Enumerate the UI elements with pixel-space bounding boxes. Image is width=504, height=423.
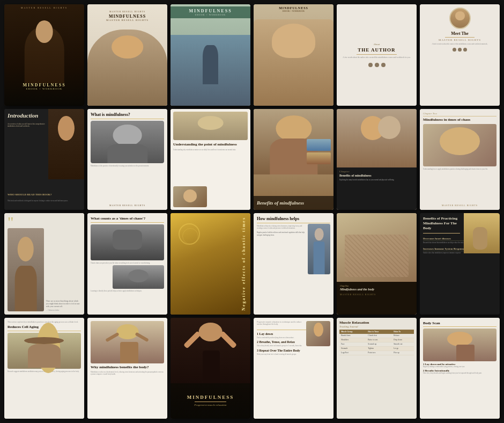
card1-subtitle: EBOOK + WORKBOOK: [4, 87, 84, 90]
card12-body: Understanding how to apply mindfulness p…: [423, 168, 488, 170]
page-card-20[interactable]: Why mindfulness benefits the body? Mindf…: [87, 318, 167, 419]
page-card-5[interactable]: About THE AUTHOR A few words about the a…: [337, 4, 417, 106]
page-card-3[interactable]: MINDFULNESS EBOOK + WORKBOOK: [171, 4, 250, 106]
card22-step2-desc: Take a deep breath, tense each muscle gr…: [257, 345, 302, 347]
card16-body2: Regular practice builds resilience and e…: [257, 231, 305, 236]
table-row: Shoulders Raise to ears Drop down: [339, 338, 414, 342]
table-cell: Raise to ears: [366, 338, 392, 342]
table-cell: Face: [339, 342, 366, 346]
card16-body: Mindfulness helps by reducing stress hor…: [257, 225, 305, 229]
table-row: Hands/Arms Clench fists Release: [339, 334, 414, 338]
page-card-13[interactable]: " There are no more than things about wh…: [4, 213, 84, 315]
card22-intro: Progressive muscle relaxation is a techn…: [257, 321, 305, 326]
card9-body: Understanding why mindfulness matters in…: [173, 149, 236, 151]
card8-mrr: MASTER RESELL RIGHTS: [91, 204, 164, 207]
card18-title: Benefits of Practicing Mindfulness For T…: [423, 216, 463, 231]
card7-who-label: WHO SHOULD READ THIS BOOK?: [8, 193, 51, 196]
card7-intro-text: An overview of what you will learn in th…: [8, 123, 48, 128]
card24-step2-desc: Take slow, deep breaths and begin scanni…: [423, 373, 482, 375]
table-cell: Flex up: [392, 351, 414, 355]
card14-body2: Learning to identify these periods helps…: [91, 290, 142, 292]
table-cell: Stomach: [339, 346, 366, 351]
card16-title: How mindfulness helps: [257, 216, 299, 221]
page-card-6[interactable]: Meet The MASTER RESELL RIGHTS A brief ov…: [420, 4, 500, 106]
table-cell: Release: [392, 334, 414, 338]
card3-subtitle: EBOOK + WORKBOOK: [171, 13, 250, 16]
card5-about: About: [374, 43, 380, 46]
table-cell: Tighten: [366, 346, 392, 351]
card21-title: MINDFULNESS: [171, 395, 250, 400]
card22-step1: 1 Lay down: [257, 332, 273, 336]
card8-body: Mindfulness is the practice of intention…: [91, 165, 149, 167]
page-card-14[interactable]: What counts as a 'times of chaos'? Chaot…: [87, 213, 167, 315]
page-card-10[interactable]: Benefits of mindfulness: [254, 109, 333, 210]
card10-title: Benefits of mindfulness: [257, 200, 330, 206]
card22-step3: 3 Repeat Over The Entire Body: [257, 349, 300, 352]
card20-title: Why mindfulness benefits the body?: [91, 365, 149, 370]
table-cell: Hands/Arms: [339, 334, 366, 338]
page-card-7[interactable]: Introduction An overview of what you wil…: [4, 109, 84, 210]
gallery-grid: MINDFULNESS EBOOK + WORKBOOK MASTER RESE…: [0, 0, 504, 423]
card21-subtitle: Progressive muscle relaxation: [171, 404, 250, 406]
card13-quote-mark: ": [8, 216, 13, 228]
card14-body: Chaotic times are periods in your life w…: [91, 262, 150, 264]
table-cell: Drop down: [392, 338, 414, 342]
card22-step2: 2 Breathe, Tense, and Relax: [257, 340, 295, 344]
table-cell: Scrunch up: [366, 342, 392, 346]
page-card-24[interactable]: Body Scan 1 Lay down and be attentive Be…: [420, 318, 500, 419]
page-card-17[interactable]: Chap Two Mindfulness and the body MASTER…: [337, 213, 417, 315]
page-card-23[interactable]: Muscle Relaxation Tracking Journal Muscl…: [337, 318, 417, 419]
page-card-8[interactable]: What is mindfulness? Mindfulness is the …: [87, 109, 167, 210]
card2-masterlabel: MASTER RESELL RIGHTS: [87, 10, 167, 13]
muscle-table: Muscle Group How to Tense Relax To Hands…: [339, 330, 414, 355]
page-card-12[interactable]: Chapter Two Mindfulness in times of chao…: [420, 109, 500, 210]
page-card-16[interactable]: How mindfulness helps Mindfulness helps …: [254, 213, 333, 315]
card6-title: Meet The: [451, 31, 469, 36]
page-card-1[interactable]: MINDFULNESS EBOOK + WORKBOOK MASTER RESE…: [4, 4, 84, 106]
table-cell: Smooth out: [392, 342, 414, 346]
card17-chapter: Chap Two: [340, 285, 413, 287]
page-card-19[interactable]: This section explores how mindfulness pr…: [4, 318, 84, 419]
card24-title: Body Scan: [423, 321, 440, 325]
page-card-22[interactable]: Progressive muscle relaxation is a techn…: [254, 318, 333, 419]
card13-quote-attr: — Unknown Author: [46, 309, 81, 311]
card12-chapter: Chapter Two: [423, 112, 437, 115]
card20-body: Mindfulness works on a biochemical level…: [91, 371, 164, 375]
card18-benefit2-title: Increases Immune System Response: [423, 247, 464, 251]
page-card-15[interactable]: Negative effects of chaotic times: [171, 213, 250, 315]
table-header-2: How to Tense: [366, 330, 392, 334]
card11-chapter: Chapter: [339, 170, 414, 173]
card7-title: Introduction: [8, 112, 38, 119]
card1-masterlabel: MASTER RESELL RIGHTS: [4, 6, 84, 9]
card23-title: Muscle Relaxation: [339, 320, 369, 325]
card7-who-desc: This book and workbook is designed for a…: [8, 200, 76, 202]
card11-desc: Exploring the many benefits mindfulness …: [339, 179, 414, 181]
page-card-21[interactable]: MINDFULNESS Progressive muscle relaxatio…: [171, 318, 250, 419]
table-row: Legs/Feet Point toes Flex up: [339, 351, 414, 355]
card15-title: Negative effects of chaotic times: [241, 217, 246, 311]
card24-step1-desc: Begin by finding a comfortable lying pos…: [423, 366, 465, 368]
page-card-11[interactable]: Chapter Benefits of mindfulness Explorin…: [337, 109, 417, 210]
card4-subtitle: EBOOK + WORKBOOK: [254, 10, 333, 12]
card14-title: What counts as a 'times of chaos'?: [91, 216, 145, 221]
card5-title: THE AUTHOR: [358, 47, 395, 53]
card17-title: Mindfulness and the body: [340, 288, 413, 292]
card19-title: Reduces Cell Aging: [8, 325, 39, 329]
card11-title: Benefits of mindfulness: [339, 174, 414, 177]
page-card-2[interactable]: MASTER RESELL RIGHTS MINDFULNESS MASTER …: [87, 4, 167, 106]
card9-title: Understanding the point of mindfulness: [173, 142, 237, 147]
card6-subtitle: MASTER RESELL RIGHTS: [439, 39, 481, 41]
table-header-1: Muscle Group: [339, 330, 366, 334]
table-row: Stomach Tighten Let go: [339, 346, 414, 351]
page-card-4[interactable]: MINDFULNESS EBOOK + WORKBOOK: [254, 4, 333, 106]
table-cell: Clench fists: [366, 334, 392, 338]
card5-desc: A few words about the author who created…: [339, 56, 413, 59]
card22-step1-desc: Find a comfortable position lying down o…: [257, 337, 294, 339]
card12-mrr: MASTER RESELL RIGHTS: [423, 204, 496, 207]
card3-title: MINDFULNESS: [171, 9, 250, 13]
table-cell: Point toes: [366, 351, 392, 355]
card18-benefit2-text: Studies show that mindfulness improves i…: [423, 252, 464, 254]
card6-desc: A brief overview about the creator of th…: [429, 43, 490, 46]
page-card-18[interactable]: Benefits of Practicing Mindfulness For T…: [420, 213, 500, 315]
page-card-9[interactable]: Understanding the point of mindfulness U…: [171, 109, 250, 210]
